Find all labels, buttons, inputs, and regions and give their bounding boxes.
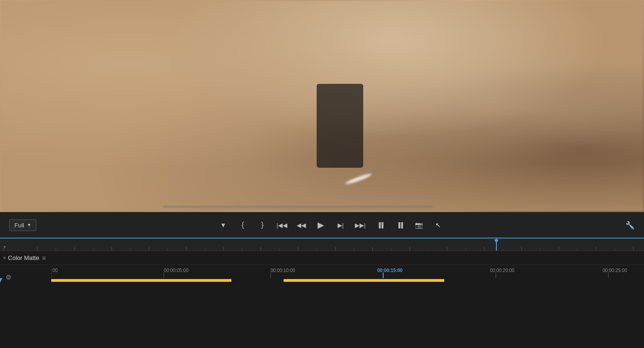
controls-bar: Full ▼ ▼ { } |◀◀ ◀◀ ▶ ▶| ▶▶| ▐▐ ▐▐ 📷 ↖ 🔧 [0,212,644,238]
fast-forward-button[interactable]: ▶▶| [353,218,366,232]
loop2-button[interactable]: ▐▐ [393,218,406,232]
view-dropdown[interactable]: Full ▼ [9,219,36,231]
timeline-ruler[interactable]: ▾ [0,238,644,251]
wrench-button[interactable]: 🔧 [625,221,635,230]
cursor-button[interactable]: ↖ [432,218,445,232]
step-back-button[interactable]: |◀◀ [275,218,288,232]
play-button[interactable]: ▶ [314,218,327,232]
in-point-button[interactable]: { [236,218,249,232]
dropdown-label: Full [14,222,24,229]
video-preview [0,0,644,212]
controls-right: 🔧 [625,221,635,230]
track-yellow-1 [51,279,231,282]
out-point-button[interactable]: } [256,218,269,232]
step-forward-button[interactable]: ▶| [334,218,347,232]
timeline-playhead[interactable] [0,278,2,283]
tab-menu-button[interactable]: ≡ [42,254,46,262]
controls-left: Full ▼ [9,219,36,231]
chevron-down-icon: ▼ [27,223,31,227]
rewind-button[interactable]: ◀◀ [295,218,308,232]
timeline-track-area[interactable]: ⚙ :00 00:00:05:00 00:00:10:00 00:00:15:0… [0,265,644,286]
tab-title: Color Matte [8,254,39,261]
camera-button[interactable]: 📷 [412,218,425,232]
loop-button[interactable]: ▐▐ [373,218,386,232]
track-yellow-2 [284,279,445,282]
controls-center: ▼ { } |◀◀ ◀◀ ▶ ▶| ▶▶| ▐▐ ▐▐ 📷 ↖ [217,218,445,232]
tab-bar: × Color Matte ≡ [0,251,644,265]
settings-icon[interactable]: ⚙ [6,273,12,281]
marker-button[interactable]: ▼ [217,218,230,232]
tab-close-button[interactable]: × [3,255,6,261]
